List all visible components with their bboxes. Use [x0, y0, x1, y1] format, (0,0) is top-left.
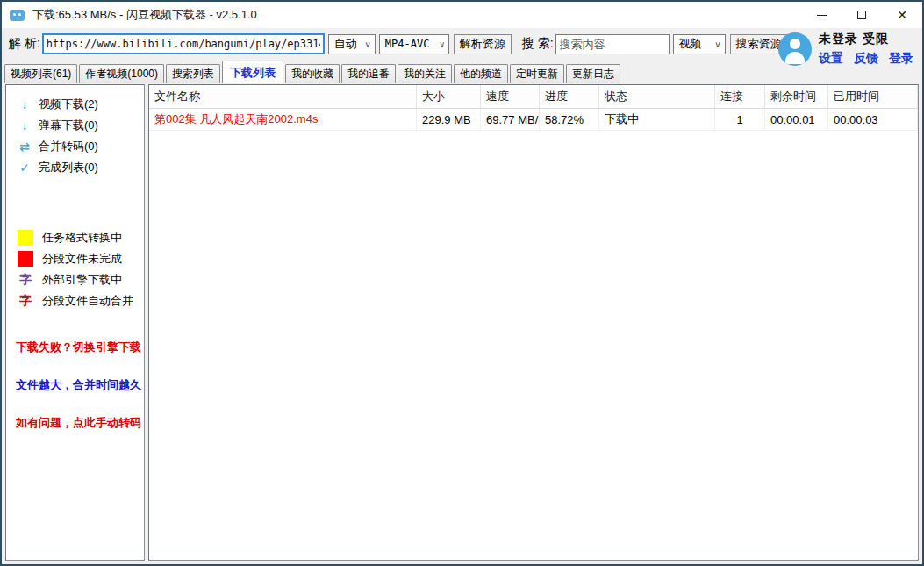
tab-download-list[interactable]: 下载列表	[222, 61, 283, 83]
hint-manual-transcode[interactable]: 如有问题，点此手动转码	[6, 415, 144, 431]
parse-resource-button[interactable]: 解析资源	[454, 34, 512, 54]
legend-item-segment-incomplete: 分段文件未完成	[6, 248, 144, 269]
url-input[interactable]	[42, 33, 325, 54]
title-bar: 下载:65.53 MB/s - 闪豆视频下载器 - v2.5.1.0 ✕	[2, 2, 922, 28]
cell-filename: 第002集 凡人风起天南2002.m4s	[149, 109, 417, 130]
tab-author-videos[interactable]: 作者视频(1000)	[79, 64, 164, 83]
hint-links: 下载失败？切换引擎下载 文件越大，合并时间越久 如有问题，点此手动转码	[6, 340, 144, 431]
tab-my-follows[interactable]: 我的关注	[398, 64, 452, 83]
sidebar-item-label: 完成列表(0)	[39, 160, 98, 176]
maximize-button[interactable]	[842, 2, 882, 28]
download-arrow-icon: ↓	[18, 97, 32, 111]
feedback-link[interactable]: 反馈	[854, 51, 878, 67]
chevron-down-icon: ∨	[357, 39, 370, 49]
tab-changelog[interactable]: 更新日志	[566, 64, 620, 83]
col-connections[interactable]: 连接	[715, 85, 765, 108]
legend-item-external-engine: 字 外部引擎下载中	[6, 269, 144, 290]
window-controls: ✕	[801, 2, 922, 28]
col-progress[interactable]: 进度	[540, 85, 599, 108]
swap-arrows-icon: ⇄	[18, 140, 32, 154]
cell-status: 下载中	[599, 109, 715, 130]
login-link[interactable]: 登录	[889, 51, 913, 67]
sidebar-item-merge-transcode[interactable]: ⇄ 合并转码(0)	[6, 136, 144, 157]
tab-my-bangumi[interactable]: 我的追番	[341, 64, 396, 83]
table-row[interactable]: 第002集 凡人风起天南2002.m4s 229.9 MB 69.77 MB/S…	[149, 109, 918, 131]
search-label: 搜 索:	[522, 36, 554, 52]
format-select[interactable]: MP4-AVC ∨	[379, 34, 449, 54]
settings-link[interactable]: 设置	[819, 51, 843, 67]
sidebar-item-label: 视频下载(2)	[39, 97, 98, 112]
purple-char-icon: 字	[18, 272, 33, 288]
sidebar-item-completed-list[interactable]: ✓ 完成列表(0)	[6, 157, 144, 178]
format-select-value: MP4-AVC	[385, 38, 430, 50]
cell-size: 229.9 MB	[417, 109, 481, 130]
col-status[interactable]: 状态	[599, 85, 715, 108]
minimize-button[interactable]	[801, 2, 842, 28]
cell-elapsed-time: 00:00:03	[828, 109, 918, 130]
yellow-swatch-icon	[18, 230, 33, 246]
cell-connections: 1	[715, 109, 765, 130]
close-button[interactable]: ✕	[882, 2, 922, 28]
tab-my-favorites[interactable]: 我的收藏	[285, 64, 340, 83]
col-remaining-time[interactable]: 剩余时间	[765, 85, 828, 108]
close-icon: ✕	[897, 8, 907, 22]
legend-item-converting: 任务格式转换中	[6, 227, 144, 248]
col-filename[interactable]: 文件名称	[149, 85, 417, 108]
hint-switch-engine[interactable]: 下载失败？切换引擎下载	[6, 340, 144, 355]
sidebar-item-label: 合并转码(0)	[39, 139, 98, 154]
col-elapsed-time[interactable]: 已用时间	[828, 85, 918, 108]
tab-video-list[interactable]: 视频列表(61)	[4, 64, 77, 83]
app-icon	[10, 10, 25, 21]
sidebar-item-label: 弹幕下载(0)	[39, 118, 98, 133]
account-section: 未登录 受限 设置 反馈 登录	[778, 32, 913, 67]
parse-label: 解 析:	[9, 36, 40, 52]
chevron-down-icon: ∨	[707, 39, 720, 49]
check-icon: ✓	[18, 161, 32, 175]
sidebar: ↓ 视频下载(2) ↓ 弹幕下载(0) ⇄ 合并转码(0) ✓ 完成列表(0) …	[5, 84, 145, 561]
cell-remaining-time: 00:00:01	[765, 109, 828, 130]
minimize-icon	[817, 15, 827, 16]
col-speed[interactable]: 速度	[481, 85, 540, 108]
table-header: 文件名称 大小 速度 进度 状态 连接 剩余时间 已用时间	[149, 85, 918, 109]
red-swatch-icon	[18, 251, 33, 267]
legend-item-auto-merge: 字 分段文件自动合并	[6, 290, 144, 312]
col-size[interactable]: 大小	[417, 85, 481, 108]
chevron-down-icon: ∨	[433, 39, 445, 49]
content-area: ↓ 视频下载(2) ↓ 弹幕下载(0) ⇄ 合并转码(0) ✓ 完成列表(0) …	[2, 83, 922, 564]
download-arrow-icon: ↓	[18, 118, 32, 133]
red-char-icon: 字	[18, 293, 33, 309]
download-list-panel: 文件名称 大小 速度 进度 状态 连接 剩余时间 已用时间 第002集 凡人风起…	[148, 84, 919, 561]
sidebar-item-video-download[interactable]: ↓ 视频下载(2)	[6, 94, 144, 115]
user-avatar-icon[interactable]	[778, 32, 812, 66]
hint-merge-time: 文件越大，合并时间越久	[6, 377, 144, 393]
login-status: 未登录 受限	[819, 32, 913, 47]
mode-select[interactable]: 自动 ∨	[328, 34, 376, 54]
maximize-icon	[857, 11, 866, 19]
sidebar-item-danmaku-download[interactable]: ↓ 弹幕下载(0)	[6, 115, 144, 136]
status-legend: 任务格式转换中 分段文件未完成 字 外部引擎下载中 字 分段文件自动合并	[6, 227, 144, 312]
tab-search-list[interactable]: 搜索列表	[166, 64, 220, 83]
download-table: 文件名称 大小 速度 进度 状态 连接 剩余时间 已用时间 第002集 凡人风起…	[149, 85, 918, 131]
cell-speed: 69.77 MB/S	[481, 109, 540, 130]
cell-progress: 58.72%	[540, 109, 599, 130]
tab-scheduled-update[interactable]: 定时更新	[510, 64, 564, 83]
app-window: 下载:65.53 MB/s - 闪豆视频下载器 - v2.5.1.0 ✕ 解 析…	[0, 0, 924, 566]
mode-select-value: 自动	[334, 36, 357, 52]
search-type-select[interactable]: 视频 ∨	[673, 34, 726, 54]
tab-his-channel[interactable]: 他的频道	[454, 64, 508, 83]
window-title: 下载:65.53 MB/s - 闪豆视频下载器 - v2.5.1.0	[32, 7, 801, 23]
search-input[interactable]	[555, 34, 670, 54]
search-type-value: 视频	[679, 36, 702, 52]
